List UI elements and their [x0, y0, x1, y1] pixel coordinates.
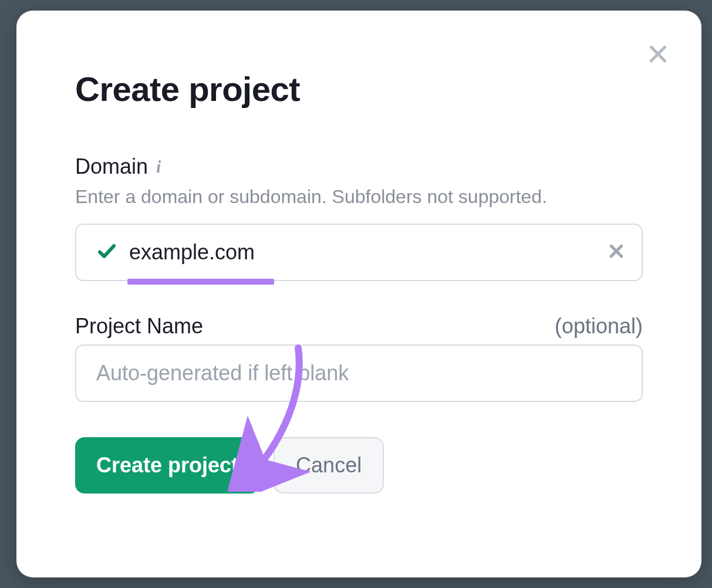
project-name-input[interactable] [75, 344, 643, 402]
project-name-input-wrap [75, 344, 643, 402]
domain-label-text: Domain [75, 154, 148, 179]
domain-input[interactable] [75, 224, 643, 281]
modal-title: Create project [75, 69, 643, 109]
project-name-label-text: Project Name [75, 314, 203, 339]
domain-label: Domain i [75, 154, 161, 179]
close-icon [646, 42, 670, 66]
checkmark-icon [96, 241, 117, 264]
create-project-button[interactable]: Create project [75, 437, 259, 494]
button-row: Create project Cancel [75, 437, 643, 494]
info-icon[interactable]: i [156, 158, 161, 175]
create-project-modal: Create project Domain i Enter a domain o… [16, 11, 701, 577]
annotation-underline [127, 279, 274, 285]
project-name-label: Project Name [75, 314, 203, 339]
domain-input-wrap [75, 224, 643, 281]
clear-input-button[interactable] [608, 242, 625, 262]
domain-hint: Enter a domain or subdomain. Subfolders … [75, 185, 643, 209]
close-button[interactable] [644, 40, 672, 68]
project-name-field-block: Project Name (optional) [75, 314, 643, 402]
cancel-button[interactable]: Cancel [274, 437, 384, 494]
optional-hint: (optional) [555, 314, 643, 339]
domain-field-block: Domain i Enter a domain or subdomain. Su… [75, 154, 643, 281]
